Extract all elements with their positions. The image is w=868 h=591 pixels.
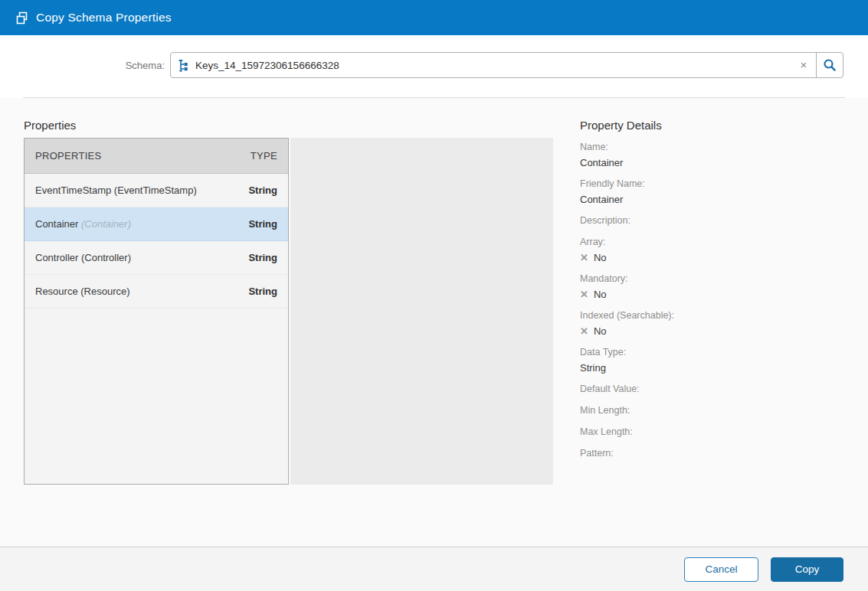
sub-properties-panel	[290, 138, 553, 485]
property-friendly-name: (Resource)	[80, 286, 129, 297]
detail-label: Array:	[580, 237, 856, 248]
detail-value: ✕No	[580, 252, 856, 263]
property-details-panel: Name:ContainerFriendly Name:ContainerDes…	[580, 142, 856, 469]
schema-label: Schema:	[100, 60, 165, 71]
detail-label: Indexed (Searchable):	[580, 310, 856, 322]
detail-value-text: String	[580, 362, 606, 374]
table-row[interactable]: Resource (Resource)String	[25, 275, 288, 309]
copy-icon	[16, 11, 29, 24]
property-friendly-name: (Controller)	[81, 252, 131, 263]
detail-field: Name:Container	[580, 142, 856, 168]
property-name: EventTimeStamp	[35, 184, 114, 196]
detail-field: Description:	[580, 215, 856, 227]
schema-input-group: Keys_14_15972306156666328 ×	[170, 52, 843, 78]
detail-value-text: No	[594, 289, 607, 300]
search-icon	[823, 58, 837, 72]
property-friendly-name: (EventTimeStamp)	[114, 184, 197, 196]
properties-table-header: PROPERTIES TYPE	[25, 139, 288, 174]
detail-value: ✕No	[580, 325, 856, 337]
dialog-titlebar: Copy Schema Properties	[0, 0, 868, 35]
property-type: String	[248, 218, 277, 230]
property-name: Resource	[35, 286, 80, 297]
detail-field: Min Length:	[580, 405, 856, 416]
detail-value: Container	[580, 157, 856, 168]
detail-field: Array:✕No	[580, 237, 856, 263]
detail-label: Default Value:	[580, 384, 856, 395]
detail-label: Pattern:	[580, 448, 856, 459]
detail-field: Mandatory:✕No	[580, 273, 856, 300]
table-row[interactable]: Controller (Controller)String	[25, 241, 288, 275]
property-name: Controller	[35, 252, 81, 263]
property-details-heading: Property Details	[580, 119, 662, 132]
detail-value-text: Container	[580, 194, 623, 205]
dialog-footer: Cancel Copy	[0, 547, 868, 591]
property-type: String	[248, 184, 277, 196]
properties-table: PROPERTIES TYPE EventTimeStamp (EventTim…	[24, 138, 289, 485]
detail-label: Description:	[580, 215, 856, 227]
detail-field: Friendly Name:Container	[580, 178, 856, 205]
no-x-icon: ✕	[580, 252, 588, 263]
property-friendly-name: (Container)	[81, 218, 131, 230]
detail-value: Container	[580, 194, 856, 205]
table-row[interactable]: EventTimeStamp (EventTimeStamp)String	[25, 174, 288, 207]
cancel-button[interactable]: Cancel	[684, 557, 758, 582]
property-name: Container	[35, 218, 81, 230]
detail-label: Min Length:	[580, 405, 856, 416]
copy-button[interactable]: Copy	[771, 557, 843, 582]
properties-heading: Properties	[24, 119, 76, 132]
detail-label: Name:	[580, 142, 856, 153]
detail-label: Data Type:	[580, 347, 856, 358]
search-schema-button[interactable]	[816, 53, 843, 77]
schema-tree-icon	[171, 59, 195, 72]
detail-field: Indexed (Searchable):✕No	[580, 310, 856, 337]
copy-schema-properties-dialog: Copy Schema Properties Schema: Keys_14_1…	[0, 0, 868, 591]
detail-field: Default Value:	[580, 384, 856, 395]
properties-table-body: EventTimeStamp (EventTimeStamp)StringCon…	[25, 174, 288, 309]
property-type: String	[248, 252, 277, 263]
detail-field: Pattern:	[580, 448, 856, 459]
schema-input[interactable]: Keys_14_15972306156666328	[195, 60, 791, 71]
table-row[interactable]: Container (Container)String	[25, 207, 288, 241]
detail-value-text: Container	[580, 157, 623, 168]
clear-schema-button[interactable]: ×	[791, 53, 816, 77]
property-type: String	[248, 286, 277, 297]
detail-label: Mandatory:	[580, 273, 856, 285]
detail-value-text: No	[594, 325, 607, 337]
no-x-icon: ✕	[580, 325, 588, 337]
detail-label: Friendly Name:	[580, 178, 856, 190]
dialog-title: Copy Schema Properties	[36, 11, 172, 24]
no-x-icon: ✕	[580, 289, 588, 300]
detail-value: ✕No	[580, 289, 856, 300]
detail-field: Data Type:String	[580, 347, 856, 374]
column-properties: PROPERTIES	[35, 150, 102, 162]
detail-value: String	[580, 362, 856, 374]
detail-field: Max Length:	[580, 426, 856, 438]
column-type: TYPE	[251, 150, 277, 162]
detail-label: Max Length:	[580, 426, 856, 438]
detail-value-text: No	[594, 252, 607, 263]
